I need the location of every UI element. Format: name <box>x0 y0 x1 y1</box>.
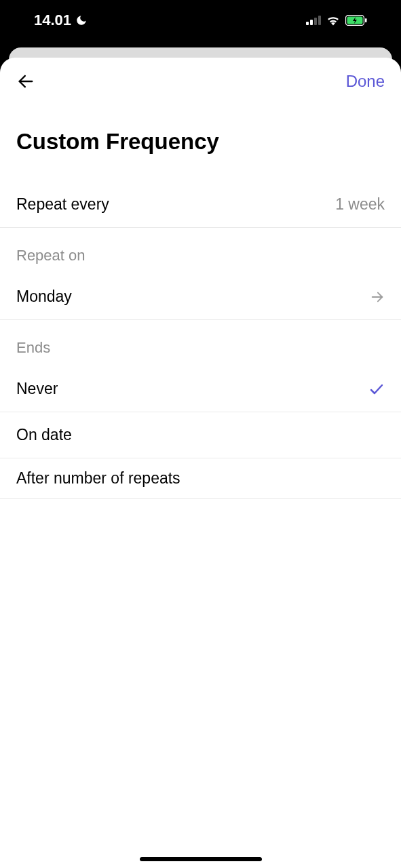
repeat-on-value: Monday <box>16 288 72 306</box>
ends-option-after-repeats[interactable]: After number of repeats <box>0 458 401 499</box>
status-bar: 14.01 <box>0 0 401 41</box>
repeat-every-row[interactable]: Repeat every 1 week <box>0 182 401 228</box>
ends-option-on-date[interactable]: On date <box>0 412 401 458</box>
home-indicator[interactable] <box>140 857 262 861</box>
ends-option-never[interactable]: Never <box>0 366 401 412</box>
checkmark-icon <box>368 381 385 397</box>
modal-sheet: Done Custom Frequency Repeat every 1 wee… <box>0 58 401 868</box>
ends-option-label: Never <box>16 380 58 398</box>
battery-charging-icon <box>345 15 367 26</box>
repeat-on-row[interactable]: Monday <box>0 274 401 320</box>
repeat-every-label: Repeat every <box>16 195 109 214</box>
ends-option-label: On date <box>16 426 72 444</box>
chevron-right-icon <box>370 290 385 304</box>
svg-rect-2 <box>365 18 367 22</box>
done-button[interactable]: Done <box>346 72 385 91</box>
cellular-signal-icon <box>306 16 321 25</box>
page-title: Custom Frequency <box>0 105 401 182</box>
nav-bar: Done <box>0 58 401 105</box>
repeat-every-value: 1 week <box>335 195 385 214</box>
ends-option-label: After number of repeats <box>16 469 180 488</box>
back-button[interactable] <box>16 72 35 91</box>
status-time-group: 14.01 <box>34 12 88 29</box>
arrow-left-icon <box>16 72 35 91</box>
repeat-on-header: Repeat on <box>0 228 401 274</box>
status-indicators <box>306 15 367 26</box>
status-time: 14.01 <box>34 12 71 29</box>
wifi-icon <box>326 15 340 26</box>
moon-icon <box>75 14 88 26</box>
ends-header: Ends <box>0 320 401 366</box>
